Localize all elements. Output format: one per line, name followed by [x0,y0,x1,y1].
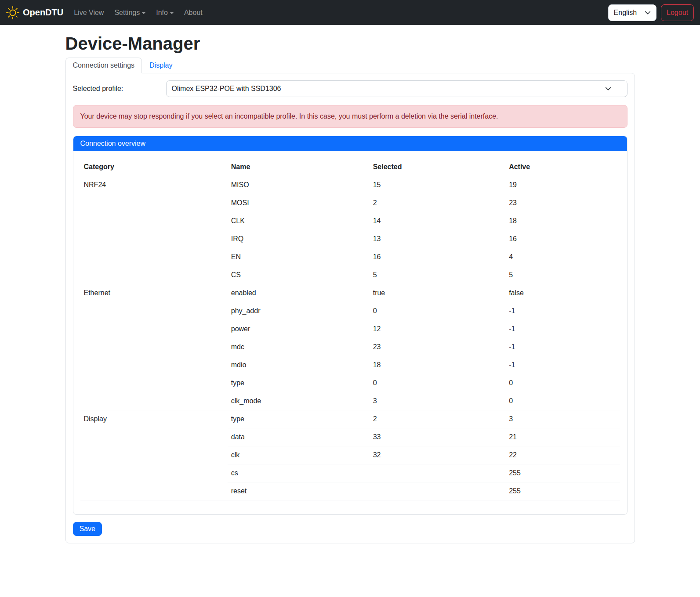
name-cell: enabled [228,284,370,302]
main-container: Device-Manager Connection settings Displ… [60,34,640,543]
brand-label: OpenDTU [23,7,63,18]
active-cell: -1 [505,338,620,356]
active-cell: 0 [505,374,620,392]
active-cell: 18 [505,212,620,230]
selected-cell: 3 [370,392,505,410]
table-header-row: Category Name Selected Active [80,158,620,176]
name-cell: MISO [228,176,370,194]
nav-links: Live View Settings Info About [70,5,608,20]
selected-cell: true [370,284,505,302]
connection-overview-card: Connection overview Category Name Select… [73,136,627,515]
name-cell: clk [228,446,370,464]
navbar: OpenDTU Live View Settings Info About En… [0,0,700,25]
category-cell: NRF24 [80,176,228,284]
selected-cell: 5 [370,266,505,284]
selected-cell [370,482,505,500]
tab-content-card: Selected profile: Olimex ESP32-POE with … [65,73,635,543]
save-button[interactable]: Save [73,522,102,536]
name-cell: mdc [228,338,370,356]
selected-cell: 0 [370,302,505,320]
active-cell: -1 [505,356,620,374]
name-cell: mdio [228,356,370,374]
active-cell: 21 [505,428,620,446]
column-header-category: Category [80,158,228,176]
tab-bar: Connection settings Display [65,58,635,73]
selected-cell: 0 [370,374,505,392]
active-cell: 0 [505,392,620,410]
active-cell: 5 [505,266,620,284]
navbar-right: English Logout [608,4,694,21]
brand-link[interactable]: OpenDTU [6,6,63,19]
name-cell: clk_mode [228,392,370,410]
nav-item-settings[interactable]: Settings [111,5,149,20]
tab-connection-settings[interactable]: Connection settings [65,58,142,73]
column-header-name: Name [228,158,370,176]
selected-cell [370,464,505,482]
name-cell: power [228,320,370,338]
name-cell: CS [228,266,370,284]
selected-cell: 32 [370,446,505,464]
sun-icon [6,6,19,19]
selected-cell: 23 [370,338,505,356]
selected-cell: 14 [370,212,505,230]
active-cell: 3 [505,410,620,428]
name-cell: cs [228,464,370,482]
name-cell: EN [228,248,370,266]
active-cell: false [505,284,620,302]
profile-row: Selected profile: Olimex ESP32-POE with … [73,80,627,97]
selected-cell: 18 [370,356,505,374]
name-cell: MOSI [228,194,370,212]
caret-down-icon [170,12,174,14]
column-header-active: Active [505,158,620,176]
selected-cell: 33 [370,428,505,446]
table-row: NRF24MISO1519 [80,176,620,194]
nav-item-live-view[interactable]: Live View [70,5,107,20]
name-cell: phy_addr [228,302,370,320]
category-cell: Display [80,410,228,500]
active-cell: -1 [505,320,620,338]
active-cell: 255 [505,482,620,500]
active-cell: 4 [505,248,620,266]
category-cell: Ethernet [80,284,228,410]
nav-item-info[interactable]: Info [152,5,177,20]
selected-cell: 2 [370,410,505,428]
overview-table-body: NRF24MISO1519MOSI223CLK1418IRQ1316EN164C… [80,176,620,500]
profile-select-value: Olimex ESP32-POE with SSD1306 [172,85,281,93]
connection-overview-table: Category Name Selected Active NRF24MISO1… [80,158,620,500]
table-row: Displaytype23 [80,410,620,428]
active-cell: 22 [505,446,620,464]
nav-item-about[interactable]: About [181,5,206,20]
name-cell: IRQ [228,230,370,248]
connection-overview-body: Category Name Selected Active NRF24MISO1… [73,151,627,514]
profile-select[interactable]: Olimex ESP32-POE with SSD1306 [166,80,627,97]
page-title: Device-Manager [65,34,635,54]
active-cell: 255 [505,464,620,482]
incompatible-profile-warning: Your device may stop responding if you s… [73,105,627,128]
name-cell: reset [228,482,370,500]
language-select[interactable]: English [608,4,656,21]
chevron-down-icon [605,86,611,92]
logout-button[interactable]: Logout [661,4,694,21]
connection-overview-header: Connection overview [73,136,627,151]
chevron-down-icon [645,10,651,16]
column-header-selected: Selected [370,158,505,176]
selected-cell: 16 [370,248,505,266]
active-cell: 23 [505,194,620,212]
table-row: Ethernetenabledtruefalse [80,284,620,302]
active-cell: -1 [505,302,620,320]
profile-label: Selected profile: [73,85,166,93]
caret-down-icon [142,12,145,14]
language-select-value: English [614,9,637,17]
selected-cell: 13 [370,230,505,248]
name-cell: CLK [228,212,370,230]
active-cell: 19 [505,176,620,194]
active-cell: 16 [505,230,620,248]
selected-cell: 12 [370,320,505,338]
name-cell: type [228,410,370,428]
name-cell: type [228,374,370,392]
name-cell: data [228,428,370,446]
tab-display[interactable]: Display [142,58,180,73]
selected-cell: 2 [370,194,505,212]
selected-cell: 15 [370,176,505,194]
